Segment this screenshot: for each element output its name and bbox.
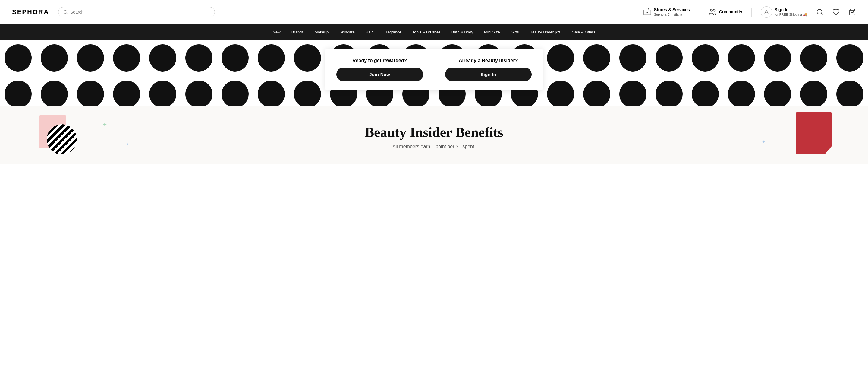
- sparkle-2: ✦: [762, 139, 766, 144]
- header-divider-2: [751, 7, 752, 17]
- hero-content: Ready to get rewarded? Join Now Already …: [0, 40, 868, 99]
- nav-item-bath[interactable]: Bath & Body: [446, 24, 478, 40]
- svg-point-6: [713, 9, 715, 11]
- svg-point-7: [766, 10, 767, 12]
- nav-item-new[interactable]: New: [267, 24, 286, 40]
- community-title: Community: [719, 9, 742, 15]
- svg-point-5: [710, 9, 712, 11]
- stores-text: Stores & Services Sephora Christiana: [654, 7, 690, 17]
- community-text: Community: [719, 9, 742, 15]
- main-nav: New Brands Makeup Skincare Hair Fragranc…: [0, 24, 868, 40]
- nav-item-sale[interactable]: Sale & Offers: [567, 24, 601, 40]
- search-top-icon: [816, 8, 824, 16]
- signin-text: Sign In for FREE Shipping 🚚: [775, 7, 807, 17]
- logo: SEPHORA: [12, 8, 49, 16]
- hero-signin-half: Already a Beauty Insider? Sign In: [434, 49, 543, 90]
- join-now-button[interactable]: Join Now: [336, 67, 423, 81]
- cart-icon-btn[interactable]: [849, 8, 856, 16]
- signin-link[interactable]: Sign In for FREE Shipping 🚚: [761, 6, 807, 18]
- stores-link[interactable]: Stores & Services Sephora Christiana: [643, 7, 690, 17]
- stores-subtitle: Sephora Christiana: [654, 12, 690, 17]
- search-input[interactable]: [70, 10, 210, 15]
- nav-item-skincare[interactable]: Skincare: [334, 24, 360, 40]
- benefits-content: Beauty Insider Benefits All members earn…: [365, 124, 503, 149]
- sign-in-button[interactable]: Sign In: [445, 67, 532, 81]
- wishlist-icon-btn[interactable]: [832, 8, 840, 16]
- deco-striped-circle: [47, 124, 77, 155]
- search-icon-btn[interactable]: [816, 8, 824, 16]
- nav-item-fragrance[interactable]: Fragrance: [378, 24, 407, 40]
- hero-signin-label: Already a Beauty Insider?: [459, 58, 518, 63]
- sparkle-3: ✦: [127, 142, 129, 146]
- deco-pink-rect: [39, 115, 66, 148]
- hero-join-half: Ready to get rewarded? Join Now: [326, 49, 434, 90]
- cart-icon: [849, 8, 856, 16]
- header-divider-1: [699, 7, 699, 17]
- stores-title: Stores & Services: [654, 7, 690, 12]
- signin-avatar: [761, 6, 772, 18]
- store-icon: [643, 7, 652, 16]
- nav-item-hair[interactable]: Hair: [360, 24, 378, 40]
- svg-line-9: [821, 13, 823, 15]
- search-bar[interactable]: [58, 7, 215, 17]
- svg-line-1: [66, 13, 67, 13]
- signin-title: Sign In: [775, 7, 807, 12]
- hero-card: Ready to get rewarded? Join Now Already …: [326, 49, 542, 90]
- nav-item-mini[interactable]: Mini Size: [478, 24, 505, 40]
- signin-subtitle: for FREE Shipping 🚚: [775, 12, 807, 17]
- hero-join-label: Ready to get rewarded?: [352, 58, 407, 63]
- nav-item-tools[interactable]: Tools & Brushes: [407, 24, 446, 40]
- benefits-title: Beauty Insider Benefits: [365, 124, 503, 140]
- sparkle-1: ✦: [102, 121, 107, 128]
- user-icon: [764, 9, 769, 15]
- header-actions: Stores & Services Sephora Christiana Com…: [643, 6, 856, 18]
- benefits-subtitle: All members earn 1 point per $1 spent.: [365, 144, 503, 149]
- header: SEPHORA Stores & Services Sephora Christ…: [0, 0, 868, 24]
- search-icon: [63, 10, 68, 15]
- nav-item-gifts[interactable]: Gifts: [505, 24, 524, 40]
- heart-icon: [832, 8, 840, 16]
- benefits-section: ✦ ✦ ✦ Beauty Insider Benefits All member…: [0, 106, 868, 164]
- deco-red-shape: [796, 112, 832, 155]
- nav-item-beauty-under[interactable]: Beauty Under $20: [524, 24, 567, 40]
- nav-item-brands[interactable]: Brands: [286, 24, 309, 40]
- community-link[interactable]: Community: [708, 8, 742, 16]
- svg-point-8: [817, 9, 822, 14]
- community-icon: [708, 8, 717, 16]
- hero-section: Ready to get rewarded? Join Now Already …: [0, 40, 868, 106]
- svg-point-0: [64, 10, 67, 13]
- nav-item-makeup[interactable]: Makeup: [309, 24, 334, 40]
